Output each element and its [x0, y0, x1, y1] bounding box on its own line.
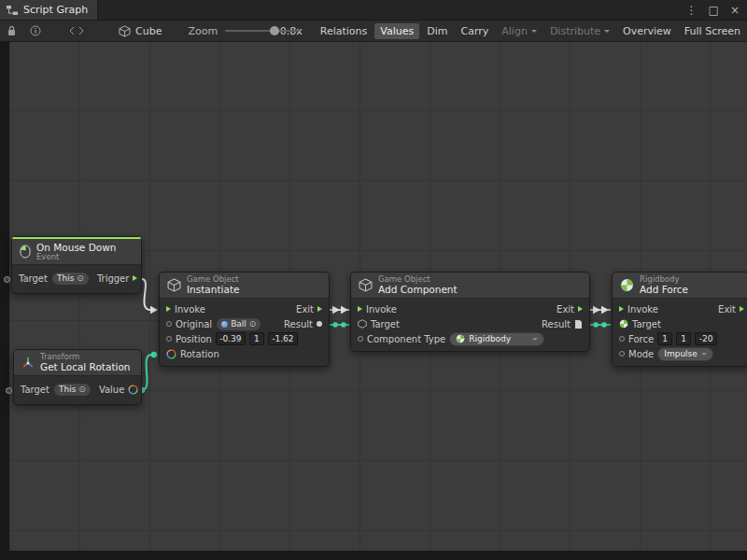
force-x-field[interactable]: 1 — [657, 332, 672, 345]
position-port-label: Position — [176, 334, 212, 344]
dropdown-value: Rigidbody — [469, 334, 511, 343]
mouse-icon — [20, 245, 31, 259]
node-add-component[interactable]: Game Object Add Component Invoke Exit Ta… — [350, 272, 590, 352]
node-header: Game Object Add Component — [351, 273, 589, 299]
canvas-edge-bottom — [0, 551, 747, 560]
node-header: Transform Get Local Rotation — [14, 350, 141, 376]
chip-value: This — [57, 273, 74, 283]
node-category: Game Object — [187, 275, 239, 285]
force-y-field[interactable]: 1 — [676, 332, 691, 345]
exit-output-port[interactable] — [740, 306, 744, 312]
zoom-slider[interactable] — [225, 26, 271, 35]
node-category: Transform — [40, 353, 131, 362]
trigger-port-label: Trigger — [97, 273, 130, 284]
cube-icon — [167, 278, 181, 292]
canvas-edge-left — [0, 42, 9, 560]
close-icon[interactable]: × — [730, 4, 740, 17]
tab-script-graph[interactable]: Script Graph — [0, 0, 98, 20]
ball-prefab-icon — [221, 321, 228, 328]
button-distribute[interactable]: Distribute — [544, 23, 615, 39]
node-get-local-rotation[interactable]: Transform Get Local Rotation Target This… — [13, 349, 142, 405]
maximize-icon[interactable]: □ — [709, 4, 719, 17]
original-input-port[interactable] — [166, 321, 172, 327]
target-input-port[interactable] — [4, 276, 10, 283]
rotation-icon — [128, 385, 138, 395]
window-controls: ⋮ □ × — [686, 0, 747, 20]
force-input-port[interactable] — [619, 336, 625, 342]
target-object-chip[interactable]: This ⊙ — [51, 272, 90, 286]
position-input-port[interactable] — [166, 336, 172, 342]
file-icon — [574, 319, 583, 329]
node-title: Get Local Rotation — [40, 361, 131, 372]
invoke-input-port[interactable] — [166, 306, 171, 312]
code-view-icon[interactable] — [63, 21, 91, 41]
invoke-port-label: Invoke — [366, 304, 397, 315]
target-object-chip[interactable]: This ⊙ — [53, 383, 92, 397]
node-title: Add Component — [378, 284, 458, 295]
component-type-input-port[interactable] — [358, 336, 363, 342]
invoke-input-port[interactable] — [619, 306, 624, 312]
force-mode-dropdown[interactable]: Impulse — [657, 347, 713, 361]
graph-canvas[interactable]: On Mouse Down Event Target This ⊙ Trigge… — [0, 42, 747, 560]
cube-icon — [119, 25, 131, 37]
target-input-port[interactable] — [6, 387, 12, 394]
position-y-field[interactable]: 1 — [249, 332, 264, 345]
node-header: Rigidbody Add Force — [613, 273, 747, 299]
exit-port-label: Exit — [296, 304, 314, 315]
node-category: Rigidbody — [640, 275, 688, 285]
target-port-label: Target — [371, 319, 400, 329]
node-category: Game Object — [378, 275, 458, 285]
node-subtitle: Event — [36, 253, 116, 262]
object-picker-icon[interactable]: ⊙ — [77, 274, 84, 283]
exit-output-port[interactable] — [578, 306, 583, 312]
mode-port-label: Mode — [628, 349, 654, 359]
chevron-down-icon — [532, 338, 538, 341]
result-port-label: Result — [542, 319, 571, 329]
result-output-port[interactable] — [317, 321, 322, 327]
position-z-field[interactable]: -1.62 — [268, 332, 298, 345]
invoke-port-label: Invoke — [175, 304, 205, 315]
component-type-dropdown[interactable]: Rigidbody — [449, 332, 544, 346]
button-carry[interactable]: Carry — [455, 23, 494, 39]
force-z-field[interactable]: -20 — [695, 332, 717, 345]
target-object-label: Cube — [135, 25, 162, 37]
button-relations[interactable]: Relations — [315, 23, 374, 39]
node-title: Add Force — [640, 284, 688, 295]
force-port-label: Force — [628, 334, 654, 344]
invoke-port-label: Invoke — [627, 304, 658, 315]
rigidbody-icon — [456, 334, 465, 343]
original-object-chip[interactable]: Ball ⊙ — [216, 317, 261, 331]
chip-value: This — [59, 385, 76, 394]
original-port-label: Original — [176, 319, 212, 329]
object-picker-icon[interactable]: ⊙ — [78, 385, 86, 394]
button-align[interactable]: Align — [496, 23, 543, 39]
zoom-slider-handle[interactable] — [270, 26, 279, 35]
object-picker-icon[interactable]: ⊙ — [249, 320, 257, 329]
info-icon[interactable] — [23, 21, 48, 41]
node-instantiate[interactable]: Game Object Instantiate Invoke Exit Orig… — [159, 272, 330, 367]
trigger-output-port[interactable] — [133, 275, 137, 281]
position-x-field[interactable]: -0.39 — [216, 332, 246, 345]
node-header: Game Object Instantiate — [160, 273, 329, 299]
title-bar: Script Graph ⋮ □ × — [0, 0, 747, 21]
target-port-label: Target — [19, 273, 48, 284]
lock-icon[interactable] — [0, 21, 23, 41]
node-header: On Mouse Down Event — [12, 239, 141, 265]
button-dim[interactable]: Dim — [421, 23, 453, 39]
button-values[interactable]: Values — [374, 23, 419, 39]
target-port-label: Target — [21, 385, 49, 395]
invoke-input-port[interactable] — [358, 306, 362, 312]
graph-target-object[interactable]: Cube — [113, 25, 167, 37]
button-full-screen[interactable]: Full Screen — [679, 23, 746, 39]
result-port-label: Result — [284, 319, 313, 329]
node-on-mouse-down[interactable]: On Mouse Down Event Target This ⊙ Trigge… — [11, 236, 142, 294]
chevron-down-icon — [531, 30, 537, 33]
exit-output-port[interactable] — [317, 306, 322, 312]
button-overview[interactable]: Overview — [617, 23, 677, 39]
node-add-force[interactable]: Rigidbody Add Force Invoke Exit — [612, 272, 747, 367]
rotation-port-label: Rotation — [180, 349, 219, 359]
node-title: Instantiate — [187, 284, 239, 295]
mode-input-port[interactable] — [619, 351, 625, 357]
window-menu-icon[interactable]: ⋮ — [686, 4, 698, 17]
tab-title: Script Graph — [23, 4, 88, 16]
